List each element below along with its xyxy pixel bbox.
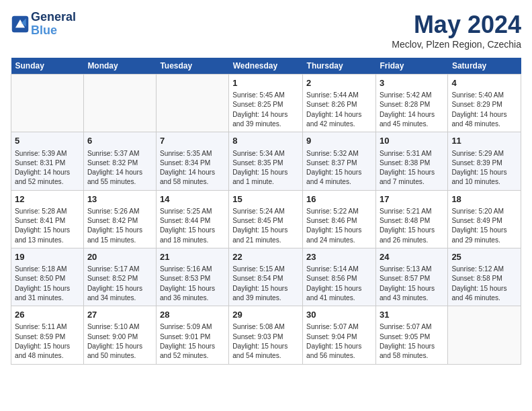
- day-info: Sunrise: 5:37 AMSunset: 8:32 PMDaylight:…: [87, 150, 142, 186]
- day-info: Sunrise: 5:21 AMSunset: 8:48 PMDaylight:…: [380, 208, 435, 244]
- day-info: Sunrise: 5:45 AMSunset: 8:25 PMDaylight:…: [232, 91, 287, 128]
- day-number: 22: [232, 251, 299, 263]
- calendar-cell: 9Sunrise: 5:32 AMSunset: 8:37 PMDaylight…: [303, 132, 376, 190]
- day-number: 5: [15, 135, 80, 147]
- location: Meclov, Plzen Region, Czechia: [392, 39, 521, 50]
- day-number: 3: [380, 77, 444, 89]
- logo: General Blue: [11, 11, 76, 38]
- day-number: 6: [87, 135, 152, 147]
- week-row-1: 1Sunrise: 5:45 AMSunset: 8:25 PMDaylight…: [11, 75, 521, 132]
- calendar-cell: 15Sunrise: 5:24 AMSunset: 8:45 PMDayligh…: [229, 190, 303, 248]
- day-number: 20: [87, 251, 152, 263]
- day-number: 19: [15, 251, 80, 263]
- day-info: Sunrise: 5:34 AMSunset: 8:35 PMDaylight:…: [232, 150, 287, 186]
- day-number: 27: [87, 309, 152, 321]
- day-number: 12: [15, 193, 80, 205]
- title-block: May 2024 Meclov, Plzen Region, Czechia: [392, 11, 521, 50]
- day-number: 31: [380, 309, 444, 321]
- day-number: 30: [306, 309, 372, 321]
- day-number: 24: [380, 251, 444, 263]
- day-number: 26: [15, 309, 80, 321]
- day-info: Sunrise: 5:13 AMSunset: 8:57 PMDaylight:…: [380, 265, 435, 302]
- day-info: Sunrise: 5:39 AMSunset: 8:31 PMDaylight:…: [15, 150, 70, 186]
- calendar-cell: 20Sunrise: 5:17 AMSunset: 8:52 PMDayligh…: [83, 248, 156, 306]
- day-number: 28: [160, 309, 225, 321]
- col-header-friday: Friday: [375, 58, 447, 75]
- day-number: 11: [451, 135, 517, 147]
- day-number: 7: [160, 135, 225, 147]
- day-info: Sunrise: 5:12 AMSunset: 8:58 PMDaylight:…: [451, 265, 506, 302]
- calendar-cell: 10Sunrise: 5:31 AMSunset: 8:38 PMDayligh…: [375, 132, 447, 190]
- day-info: Sunrise: 5:24 AMSunset: 8:45 PMDaylight:…: [232, 208, 287, 244]
- header-row: SundayMondayTuesdayWednesdayThursdayFrid…: [11, 58, 521, 75]
- day-info: Sunrise: 5:20 AMSunset: 8:49 PMDaylight:…: [451, 208, 506, 244]
- col-header-tuesday: Tuesday: [156, 58, 228, 75]
- day-info: Sunrise: 5:26 AMSunset: 8:42 PMDaylight:…: [87, 208, 142, 244]
- week-row-4: 19Sunrise: 5:18 AMSunset: 8:50 PMDayligh…: [11, 248, 521, 306]
- day-info: Sunrise: 5:35 AMSunset: 8:34 PMDaylight:…: [160, 150, 215, 186]
- week-row-3: 12Sunrise: 5:28 AMSunset: 8:41 PMDayligh…: [11, 190, 521, 248]
- logo-text: General Blue: [31, 11, 76, 38]
- calendar-cell: 16Sunrise: 5:22 AMSunset: 8:46 PMDayligh…: [303, 190, 376, 248]
- col-header-saturday: Saturday: [448, 58, 521, 75]
- calendar-cell: [83, 75, 156, 132]
- calendar-cell: 3Sunrise: 5:42 AMSunset: 8:28 PMDaylight…: [375, 75, 447, 132]
- day-number: 17: [380, 193, 444, 205]
- week-row-5: 26Sunrise: 5:11 AMSunset: 8:59 PMDayligh…: [11, 306, 521, 364]
- day-number: 21: [160, 251, 225, 263]
- day-info: Sunrise: 5:08 AMSunset: 9:03 PMDaylight:…: [232, 323, 287, 359]
- day-info: Sunrise: 5:28 AMSunset: 8:41 PMDaylight:…: [15, 208, 70, 244]
- day-info: Sunrise: 5:29 AMSunset: 8:39 PMDaylight:…: [451, 150, 506, 186]
- calendar-cell: 30Sunrise: 5:07 AMSunset: 9:04 PMDayligh…: [303, 306, 376, 364]
- day-number: 18: [451, 193, 517, 205]
- day-number: 15: [232, 193, 299, 205]
- day-info: Sunrise: 5:25 AMSunset: 8:44 PMDaylight:…: [160, 208, 215, 244]
- calendar-table: SundayMondayTuesdayWednesdayThursdayFrid…: [11, 58, 521, 365]
- day-number: 10: [380, 135, 444, 147]
- calendar-cell: 25Sunrise: 5:12 AMSunset: 8:58 PMDayligh…: [448, 248, 521, 306]
- day-number: 13: [87, 193, 152, 205]
- day-number: 29: [232, 309, 299, 321]
- day-info: Sunrise: 5:42 AMSunset: 8:28 PMDaylight:…: [380, 91, 435, 128]
- day-number: 4: [451, 77, 517, 89]
- page-header: General Blue May 2024 Meclov, Plzen Regi…: [11, 11, 521, 50]
- day-info: Sunrise: 5:16 AMSunset: 8:53 PMDaylight:…: [160, 265, 215, 302]
- day-info: Sunrise: 5:10 AMSunset: 9:00 PMDaylight:…: [87, 323, 142, 359]
- calendar-cell: 24Sunrise: 5:13 AMSunset: 8:57 PMDayligh…: [375, 248, 447, 306]
- day-info: Sunrise: 5:14 AMSunset: 8:56 PMDaylight:…: [306, 265, 361, 302]
- calendar-cell: 13Sunrise: 5:26 AMSunset: 8:42 PMDayligh…: [83, 190, 156, 248]
- month-title: May 2024: [392, 11, 521, 39]
- day-number: 23: [306, 251, 372, 263]
- calendar-cell: 14Sunrise: 5:25 AMSunset: 8:44 PMDayligh…: [156, 190, 228, 248]
- day-info: Sunrise: 5:22 AMSunset: 8:46 PMDaylight:…: [306, 208, 361, 244]
- calendar-cell: 11Sunrise: 5:29 AMSunset: 8:39 PMDayligh…: [448, 132, 521, 190]
- day-info: Sunrise: 5:11 AMSunset: 8:59 PMDaylight:…: [15, 323, 70, 359]
- day-info: Sunrise: 5:31 AMSunset: 8:38 PMDaylight:…: [380, 150, 435, 186]
- calendar-cell: 29Sunrise: 5:08 AMSunset: 9:03 PMDayligh…: [229, 306, 303, 364]
- col-header-monday: Monday: [83, 58, 156, 75]
- day-number: 8: [232, 135, 299, 147]
- day-number: 14: [160, 193, 225, 205]
- calendar-cell: 31Sunrise: 5:07 AMSunset: 9:05 PMDayligh…: [375, 306, 447, 364]
- day-info: Sunrise: 5:18 AMSunset: 8:50 PMDaylight:…: [15, 265, 70, 302]
- day-info: Sunrise: 5:17 AMSunset: 8:52 PMDaylight:…: [87, 265, 142, 302]
- calendar-cell: 6Sunrise: 5:37 AMSunset: 8:32 PMDaylight…: [83, 132, 156, 190]
- calendar-cell: 1Sunrise: 5:45 AMSunset: 8:25 PMDaylight…: [229, 75, 303, 132]
- calendar-cell: 22Sunrise: 5:15 AMSunset: 8:54 PMDayligh…: [229, 248, 303, 306]
- day-number: 25: [451, 251, 517, 263]
- calendar-cell: 19Sunrise: 5:18 AMSunset: 8:50 PMDayligh…: [11, 248, 84, 306]
- day-info: Sunrise: 5:09 AMSunset: 9:01 PMDaylight:…: [160, 323, 215, 359]
- col-header-thursday: Thursday: [303, 58, 376, 75]
- calendar-cell: 26Sunrise: 5:11 AMSunset: 8:59 PMDayligh…: [11, 306, 84, 364]
- day-number: 9: [306, 135, 372, 147]
- day-info: Sunrise: 5:40 AMSunset: 8:29 PMDaylight:…: [451, 91, 506, 128]
- calendar-cell: 21Sunrise: 5:16 AMSunset: 8:53 PMDayligh…: [156, 248, 228, 306]
- calendar-cell: 7Sunrise: 5:35 AMSunset: 8:34 PMDaylight…: [156, 132, 228, 190]
- day-info: Sunrise: 5:07 AMSunset: 9:05 PMDaylight:…: [380, 323, 435, 359]
- day-number: 2: [306, 77, 372, 89]
- day-number: 16: [306, 193, 372, 205]
- calendar-cell: 23Sunrise: 5:14 AMSunset: 8:56 PMDayligh…: [303, 248, 376, 306]
- day-info: Sunrise: 5:32 AMSunset: 8:37 PMDaylight:…: [306, 150, 361, 186]
- day-info: Sunrise: 5:07 AMSunset: 9:04 PMDaylight:…: [306, 323, 361, 359]
- calendar-cell: 8Sunrise: 5:34 AMSunset: 8:35 PMDaylight…: [229, 132, 303, 190]
